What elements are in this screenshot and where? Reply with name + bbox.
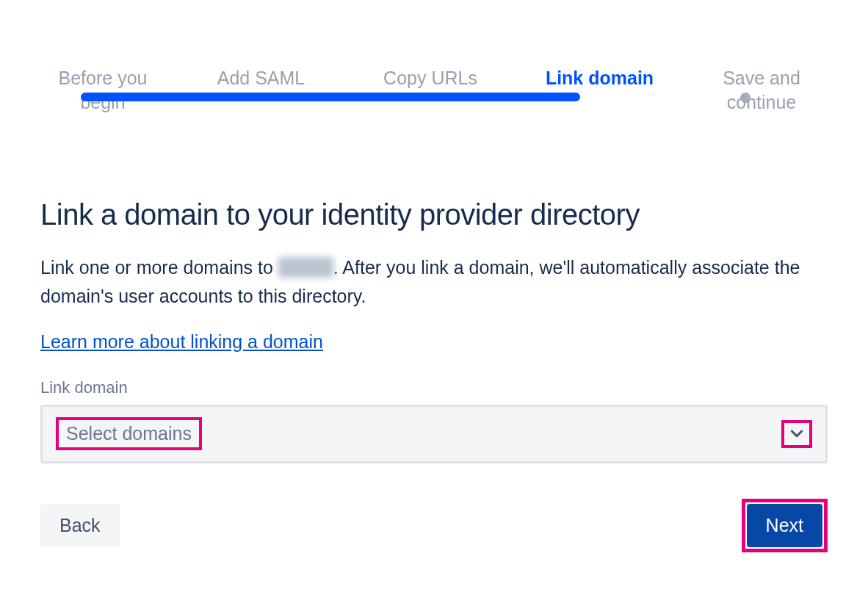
learn-more-link[interactable]: Learn more about linking a domain (40, 331, 323, 353)
steps-row: Before you begin Add SAML Copy URLs Link… (40, 66, 828, 114)
domain-select-wrapper: Select domains (40, 405, 828, 463)
link-domain-label: Link domain (40, 378, 828, 397)
page-description: Link one or more domains to . After you … (40, 253, 828, 311)
chevron-down-icon (790, 427, 803, 441)
progress-fill (81, 93, 580, 101)
step-copy-urls[interactable]: Copy URLs (357, 66, 504, 114)
select-chevron-highlight (781, 420, 812, 448)
next-button[interactable]: Next (747, 504, 822, 547)
description-pre: Link one or more domains to (40, 257, 273, 278)
domain-select[interactable]: Select domains (40, 405, 828, 463)
next-button-highlight: Next (742, 499, 828, 552)
step-save-continue: Save and continue (695, 66, 828, 114)
wizard-progress: Before you begin Add SAML Copy URLs Link… (40, 66, 828, 169)
step-link-domain[interactable]: Link domain (527, 66, 673, 114)
page-title: Link a domain to your identity provider … (40, 198, 828, 231)
redacted-name (278, 257, 333, 278)
main-content: Link a domain to your identity provider … (40, 198, 828, 552)
button-row: Back Next (40, 499, 828, 552)
progress-dot-inactive (740, 93, 751, 103)
step-before-you-begin[interactable]: Before you begin (40, 66, 165, 114)
select-placeholder-text: Select domains (66, 423, 192, 444)
back-button[interactable]: Back (40, 504, 120, 547)
select-placeholder-highlight: Select domains (56, 417, 202, 450)
step-add-saml[interactable]: Add SAML (188, 66, 335, 114)
